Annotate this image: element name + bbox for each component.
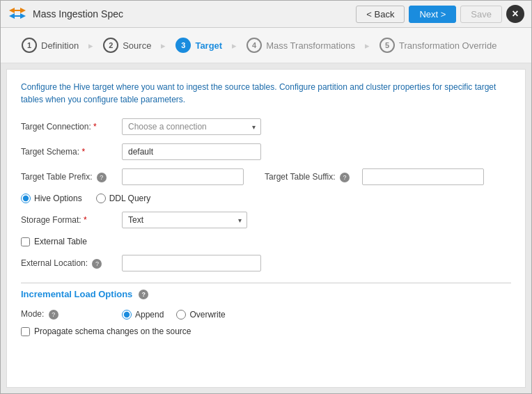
target-table-suffix-label: Target Table Suffix: ? xyxy=(265,172,362,182)
title-bar: Mass Ingestion Spec < Back Next > Save × xyxy=(1,1,531,28)
prefix-help-icon[interactable]: ? xyxy=(97,173,107,182)
back-button[interactable]: < Back xyxy=(356,6,405,23)
append-label: Append xyxy=(135,310,164,320)
step-circle-2: 2 xyxy=(103,38,118,53)
main-window: Mass Ingestion Spec < Back Next > Save ×… xyxy=(0,0,532,394)
step-label-definition: Definition xyxy=(41,40,79,51)
storage-format-select[interactable]: Text ORC Parquet Avro Binary xyxy=(122,212,247,228)
step-transformation-override[interactable]: 5 Transformation Override xyxy=(373,35,503,56)
overwrite-radio[interactable] xyxy=(176,310,186,320)
ddl-query-radio-label[interactable]: DDL Query xyxy=(96,194,151,203)
external-table-label: External Table xyxy=(34,237,87,246)
target-schema-row: Target Schema: * xyxy=(21,143,511,160)
target-schema-label: Target Schema: * xyxy=(21,147,122,157)
storage-required-asterisk: * xyxy=(84,215,87,225)
ddl-query-label: DDL Query xyxy=(109,194,151,203)
schema-required-asterisk: * xyxy=(81,147,85,157)
external-location-label: External Location: ? xyxy=(21,258,122,269)
incremental-load-section: Incremental Load Options ? xyxy=(21,283,511,299)
step-circle-3: 3 xyxy=(175,38,191,53)
target-table-prefix-input[interactable] xyxy=(122,168,244,185)
hive-options-radio-label[interactable]: Hive Options xyxy=(21,194,82,203)
step-sep-3: ▸ xyxy=(229,40,240,51)
step-circle-1: 1 xyxy=(22,38,37,53)
step-mass-transformations[interactable]: 4 Mass Transformations xyxy=(240,35,362,56)
save-button[interactable]: Save xyxy=(460,6,502,23)
steps-nav: 1 Definition ▸ 2 Source ▸ 3 Target ▸ 4 M… xyxy=(1,28,531,63)
window-title: Mass Ingestion Spec xyxy=(33,8,350,19)
hive-options-label: Hive Options xyxy=(34,194,82,203)
target-schema-input[interactable] xyxy=(122,143,261,160)
step-target[interactable]: 3 Target xyxy=(169,35,229,56)
mode-help-icon[interactable]: ? xyxy=(49,310,58,320)
toolbar-buttons: < Back Next > Save × xyxy=(356,5,524,23)
external-location-row: External Location: ? xyxy=(21,255,511,271)
external-table-checkbox[interactable] xyxy=(21,237,30,246)
incremental-load-help-icon[interactable]: ? xyxy=(139,290,148,299)
section-divider-line xyxy=(21,283,511,283)
step-source[interactable]: 2 Source xyxy=(96,35,158,56)
mode-label: Mode: ? xyxy=(21,309,122,320)
target-table-suffix-input[interactable] xyxy=(362,168,484,185)
connection-select-wrap: Choose a connection ▾ xyxy=(122,118,261,135)
storage-format-label: Storage Format: * xyxy=(21,215,122,225)
overwrite-label: Overwrite xyxy=(189,310,225,320)
external-location-help-icon[interactable]: ? xyxy=(92,259,102,269)
target-connection-label: Target Connection: * xyxy=(21,122,122,132)
propagate-schema-checkbox[interactable] xyxy=(21,327,30,336)
hive-options-group: Hive Options DDL Query xyxy=(21,194,511,203)
step-circle-4: 4 xyxy=(247,38,262,53)
target-connection-row: Target Connection: * Choose a connection… xyxy=(21,118,511,135)
step-label-transformation-override: Transformation Override xyxy=(399,40,496,51)
mass-ingestion-icon xyxy=(8,6,27,22)
step-sep-4: ▸ xyxy=(362,40,373,51)
target-connection-select[interactable]: Choose a connection xyxy=(122,118,261,135)
append-radio-label[interactable]: Append xyxy=(122,310,164,320)
close-button[interactable]: × xyxy=(506,5,524,23)
step-label-target: Target xyxy=(195,40,222,51)
external-location-input[interactable] xyxy=(122,255,261,271)
target-table-prefix-label: Target Table Prefix: ? xyxy=(21,172,122,182)
step-sep-2: ▸ xyxy=(158,40,169,51)
mode-row: Mode: ? Append Overwrite xyxy=(21,309,511,320)
step-definition[interactable]: 1 Definition xyxy=(15,35,86,56)
target-prefix-suffix-row: Target Table Prefix: ? Target Table Suff… xyxy=(21,168,511,185)
step-sep-1: ▸ xyxy=(86,40,96,51)
ddl-query-radio[interactable] xyxy=(96,194,106,203)
incremental-load-title: Incremental Load Options ? xyxy=(21,289,511,299)
append-radio[interactable] xyxy=(122,310,132,320)
storage-format-row: Storage Format: * Text ORC Parquet Avro … xyxy=(21,212,511,228)
propagate-schema-label: Propagate schema changes on the source xyxy=(34,326,191,336)
hive-options-radio[interactable] xyxy=(21,194,31,203)
propagate-schema-row: Propagate schema changes on the source xyxy=(21,326,511,336)
storage-select-wrap: Text ORC Parquet Avro Binary ▾ xyxy=(122,212,247,228)
step-circle-5: 5 xyxy=(380,38,395,53)
description-text: Configure the Hive target where you want… xyxy=(21,81,511,106)
step-label-source: Source xyxy=(123,40,151,51)
app-icon xyxy=(8,6,27,22)
main-content: Configure the Hive target where you want… xyxy=(6,69,526,388)
step-label-mass-transformations: Mass Transformations xyxy=(266,40,355,51)
mode-radio-group: Append Overwrite xyxy=(122,310,226,320)
suffix-help-icon[interactable]: ? xyxy=(340,173,350,182)
next-button[interactable]: Next > xyxy=(409,6,456,23)
required-asterisk: * xyxy=(93,122,97,132)
overwrite-radio-label[interactable]: Overwrite xyxy=(176,310,225,320)
external-table-row: External Table xyxy=(21,237,511,246)
